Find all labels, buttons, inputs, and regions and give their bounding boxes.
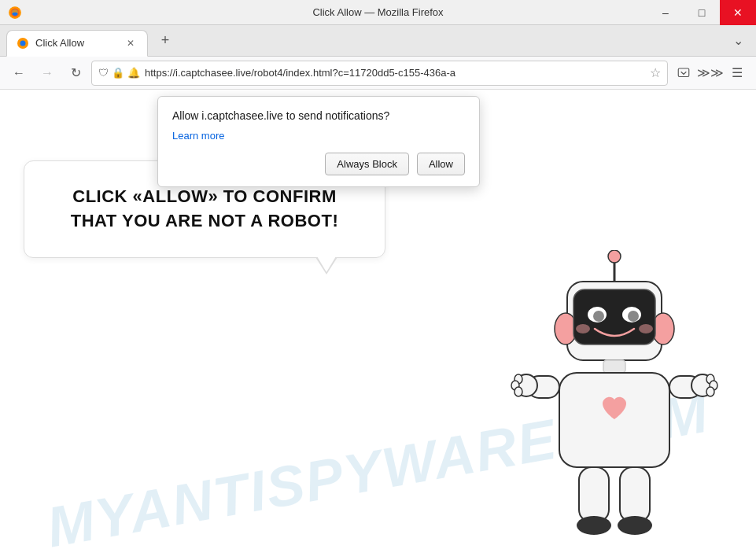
- popup-buttons: Always Block Allow: [172, 153, 465, 175]
- extensions-button[interactable]: ≫≫: [698, 61, 723, 86]
- tab-bar: Click Allow ✕ + ⌄: [0, 25, 756, 57]
- svg-point-33: [618, 516, 652, 535]
- tab-close-button[interactable]: ✕: [124, 36, 138, 50]
- svg-point-29: [706, 387, 714, 396]
- minimize-button[interactable]: –: [647, 0, 684, 25]
- close-button[interactable]: ✕: [720, 0, 756, 25]
- window-controls: – □ ✕: [647, 0, 756, 24]
- svg-rect-19: [559, 373, 669, 467]
- window-title: Click Allow — Mozilla Firefox: [312, 6, 443, 18]
- tab-favicon-icon: [17, 37, 29, 50]
- svg-point-32: [577, 516, 611, 535]
- tabs-expand-button[interactable]: ⌄: [727, 30, 750, 51]
- svg-point-4: [20, 40, 26, 46]
- pocket-icon: [677, 66, 691, 80]
- pocket-button[interactable]: [671, 61, 696, 86]
- toolbar-icons: ≫≫ ☰: [671, 61, 750, 86]
- refresh-button[interactable]: ↻: [63, 61, 88, 86]
- svg-rect-30: [579, 467, 609, 522]
- notification-icon: 🔔: [127, 67, 140, 79]
- svg-rect-18: [603, 360, 625, 373]
- active-tab[interactable]: Click Allow ✕: [6, 30, 148, 57]
- back-button[interactable]: ←: [6, 61, 31, 86]
- learn-more-link[interactable]: Learn more: [172, 130, 224, 142]
- notification-popup: Allow i.captchasee.live to send notifica…: [157, 96, 480, 187]
- popup-question-text: Allow i.captchasee.live to send notifica…: [172, 109, 465, 122]
- lock-icon: 🔒: [112, 67, 124, 79]
- new-tab-button[interactable]: +: [154, 30, 176, 52]
- svg-point-15: [628, 311, 639, 322]
- url-security-icons: 🛡 🔒 🔔: [98, 67, 140, 79]
- firefox-logo-icon: [8, 6, 22, 20]
- robot-svg-icon: [504, 250, 725, 549]
- url-bar[interactable]: 🛡 🔒 🔔 https://i.captchasee.live/robot4/i…: [91, 61, 668, 86]
- svg-rect-31: [620, 467, 650, 522]
- url-text: https://i.captchasee.live/robot4/index.h…: [145, 67, 645, 79]
- always-block-button[interactable]: Always Block: [325, 153, 409, 175]
- navigation-bar: ← → ↻ 🛡 🔒 🔔 https://i.captchasee.live/ro…: [0, 57, 756, 90]
- svg-point-14: [593, 311, 604, 322]
- robot-illustration: [504, 250, 725, 549]
- browser-content: CLICK «ALLOW» TO CONFIRM THAT YOU ARE NO…: [0, 90, 756, 549]
- tab-label: Click Allow: [35, 37, 84, 49]
- title-bar: Click Allow — Mozilla Firefox – □ ✕: [0, 0, 756, 25]
- svg-point-16: [576, 324, 590, 333]
- svg-point-7: [608, 250, 621, 263]
- maximize-button[interactable]: □: [684, 0, 720, 25]
- svg-rect-5: [678, 68, 689, 77]
- forward-button[interactable]: →: [35, 61, 60, 86]
- svg-point-24: [514, 387, 522, 396]
- shield-icon: 🛡: [98, 67, 109, 79]
- menu-button[interactable]: ☰: [725, 61, 750, 86]
- bookmark-icon[interactable]: ☆: [650, 65, 661, 80]
- svg-point-17: [639, 324, 653, 333]
- allow-button[interactable]: Allow: [417, 153, 465, 175]
- bubble-text: CLICK «ALLOW» TO CONFIRM THAT YOU ARE NO…: [56, 185, 353, 234]
